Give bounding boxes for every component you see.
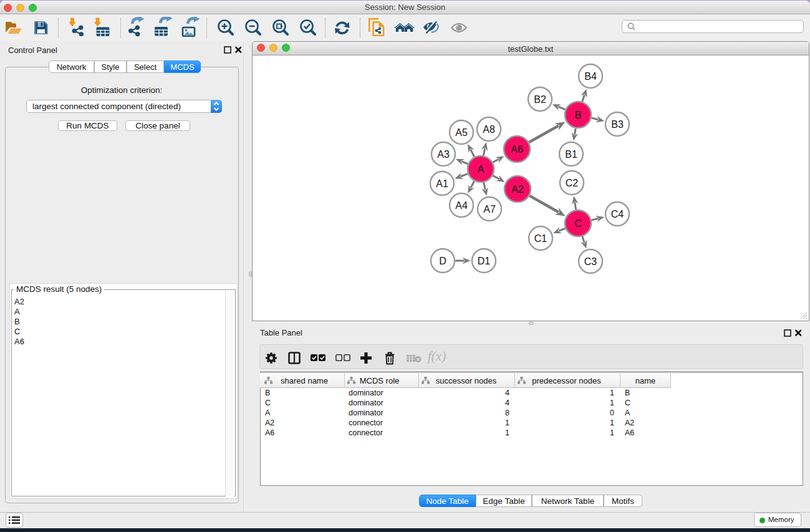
svg-text:B: B	[575, 110, 582, 120]
svg-text:A: A	[478, 164, 485, 175]
svg-text:C1: C1	[534, 233, 547, 244]
svg-text:A8: A8	[483, 124, 495, 135]
svg-text:A6: A6	[511, 144, 523, 155]
svg-text:B2: B2	[534, 94, 546, 105]
svg-text:D: D	[439, 256, 446, 266]
svg-text:A2: A2	[511, 184, 524, 195]
svg-text:C4: C4	[611, 209, 624, 220]
svg-text:A5: A5	[455, 127, 468, 138]
svg-text:B1: B1	[565, 149, 577, 160]
svg-text:A3: A3	[437, 149, 450, 160]
svg-text:B3: B3	[611, 119, 624, 130]
svg-text:A7: A7	[483, 204, 496, 215]
svg-text:C2: C2	[566, 178, 579, 188]
svg-text:D1: D1	[478, 256, 491, 266]
svg-text:A1: A1	[436, 178, 448, 189]
svg-text:B4: B4	[584, 71, 597, 82]
svg-text:A4: A4	[455, 200, 468, 211]
svg-text:C3: C3	[584, 256, 597, 267]
svg-text:C: C	[574, 218, 582, 229]
